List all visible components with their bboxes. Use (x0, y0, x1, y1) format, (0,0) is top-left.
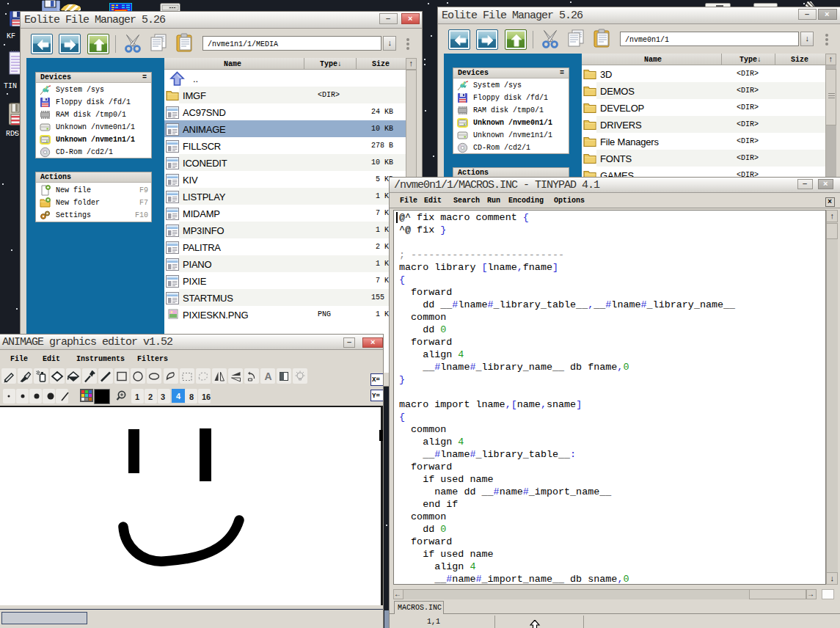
svg-text:A: A (265, 370, 272, 382)
